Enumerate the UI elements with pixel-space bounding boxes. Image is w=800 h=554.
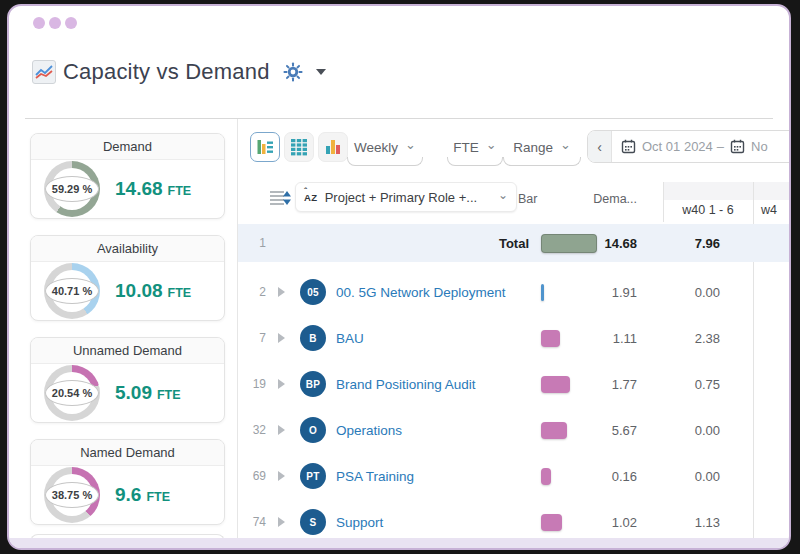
project-badge: PT <box>300 463 326 489</box>
fte-unit: FTE <box>168 184 192 198</box>
total-demand-value: 14.68 <box>597 236 637 251</box>
percent-label: 38.75 % <box>45 482 99 508</box>
fte-unit: FTE <box>157 388 181 402</box>
table-row[interactable]: 7 B BAU 1.11 2.38 <box>238 315 789 361</box>
kpi-card-availability: Availability 40.71 % 10.08FTE <box>30 235 225 321</box>
demand-bar <box>541 422 567 439</box>
range-dropdown-value: Range <box>513 140 553 155</box>
page-header: Capacity vs Demand <box>32 59 326 85</box>
fte-value: 9.6 <box>115 484 141 506</box>
project-link[interactable]: Operations <box>336 423 537 438</box>
period-dropdown[interactable]: Weekly <box>347 137 423 166</box>
project-badge: B <box>300 325 326 351</box>
project-badge: 05 <box>300 279 326 305</box>
header-divider <box>25 118 773 119</box>
expand-caret-icon[interactable] <box>266 379 296 389</box>
expand-caret-icon[interactable] <box>266 287 296 297</box>
date-range-picker[interactable]: Oct 01 2024 – No <box>587 130 791 163</box>
percent-label: 20.54 % <box>45 380 99 406</box>
demand-bar <box>541 330 560 347</box>
row-number: 74 <box>248 515 266 529</box>
app-window: Capacity vs Demand <box>7 4 791 550</box>
demand-value: 1.11 <box>597 331 637 346</box>
demand-bar <box>541 514 562 531</box>
donut-chart: 40.71 % <box>44 263 100 319</box>
gantt-list-view-icon <box>255 137 275 157</box>
fte-unit: FTE <box>146 490 170 504</box>
row-number: 19 <box>248 377 266 391</box>
unit-dropdown[interactable]: FTE <box>447 137 503 166</box>
expand-caret-icon[interactable] <box>266 425 296 435</box>
expand-caret-icon[interactable] <box>266 471 296 481</box>
row-number: 2 <box>248 285 266 299</box>
calendar-icon <box>621 139 636 154</box>
horizontal-scrollbar-track[interactable] <box>9 538 789 548</box>
table-row[interactable]: 2 05 00. 5G Network Deployment 1.91 0.00 <box>238 269 789 315</box>
settings-gear-icon[interactable] <box>283 62 303 82</box>
demand-bar <box>541 376 570 393</box>
grouping-dropdown-value: Project + Primary Role +... <box>325 190 491 205</box>
project-badge: BP <box>300 371 326 397</box>
total-week40-value: 7.96 <box>637 236 725 251</box>
sort-order-icon[interactable] <box>268 187 292 213</box>
grid-view-button[interactable] <box>284 132 314 162</box>
previous-period-chevron-icon[interactable] <box>588 131 612 162</box>
column-header-demand[interactable]: Dema... <box>569 192 637 206</box>
kpi-card-title: Named Demand <box>31 440 224 466</box>
expand-caret-icon[interactable] <box>266 517 296 527</box>
percent-label: 40.71 % <box>45 278 99 304</box>
bar-chart-view-button[interactable] <box>318 132 348 162</box>
row-number: 32 <box>248 423 266 437</box>
end-date-value[interactable]: No <box>751 139 768 154</box>
kpi-card-title: Availability <box>31 236 224 262</box>
project-link[interactable]: 00. 5G Network Deployment <box>336 285 537 300</box>
table-row[interactable]: 19 BP Brand Positioning Audit 1.77 0.75 <box>238 361 789 407</box>
total-demand-bar <box>541 234 597 253</box>
fte-value: 10.08 <box>115 280 163 302</box>
grid-view-icon <box>289 137 309 157</box>
demand-value: 5.67 <box>597 423 637 438</box>
project-link[interactable]: BAU <box>336 331 537 346</box>
row-number: 1 <box>248 236 266 250</box>
week40-value: 2.38 <box>637 331 725 346</box>
window-dot[interactable] <box>49 17 61 29</box>
project-link[interactable]: PSA Training <box>336 469 537 484</box>
table-total-row: 1 Total 14.68 7.96 <box>238 224 789 262</box>
date-separator: – <box>717 139 724 154</box>
project-badge: S <box>300 509 326 535</box>
week40-value: 0.75 <box>637 377 725 392</box>
donut-chart: 20.54 % <box>44 365 100 421</box>
column-header-week40[interactable]: w40 1 - 6 <box>663 203 753 217</box>
page-title: Capacity vs Demand <box>63 59 270 85</box>
row-number: 7 <box>248 331 266 345</box>
title-menu-caret-icon[interactable] <box>316 69 326 75</box>
window-dot[interactable] <box>33 17 45 29</box>
week40-value: 0.00 <box>637 423 725 438</box>
kpi-card-title: Demand <box>31 134 224 160</box>
gantt-list-view-button[interactable] <box>250 132 280 162</box>
kpi-card-demand: Demand 59.29 % 14.68FTE <box>30 133 225 219</box>
project-link[interactable]: Support <box>336 515 537 530</box>
week40-value: 1.13 <box>637 515 725 530</box>
table-row[interactable]: 32 O Operations 5.67 0.00 <box>238 407 789 453</box>
fte-unit: FTE <box>168 286 192 300</box>
calendar-icon <box>730 139 745 154</box>
expand-caret-icon[interactable] <box>266 333 296 343</box>
kpi-card-title: Unnamed Demand <box>31 338 224 364</box>
column-header-bar: Bar <box>518 192 537 206</box>
window-controls <box>33 17 77 29</box>
line-chart-icon <box>32 60 56 84</box>
table-row[interactable]: 69 PT PSA Training 0.16 0.00 <box>238 453 789 499</box>
percent-label: 59.29 % <box>45 176 99 202</box>
grouping-dropdown[interactable]: AZ Project + Primary Role +... <box>295 182 517 212</box>
project-link[interactable]: Brand Positioning Audit <box>336 377 537 392</box>
range-dropdown[interactable]: Range <box>503 137 581 166</box>
demand-value: 1.77 <box>597 377 637 392</box>
fte-value: 14.68 <box>115 178 163 200</box>
window-dot[interactable] <box>65 17 77 29</box>
unit-dropdown-value: FTE <box>453 140 479 155</box>
week40-value: 0.00 <box>637 469 725 484</box>
column-header-week41[interactable]: w4 <box>761 203 777 217</box>
start-date-value[interactable]: Oct 01 2024 <box>642 139 713 154</box>
project-badge: O <box>300 417 326 443</box>
